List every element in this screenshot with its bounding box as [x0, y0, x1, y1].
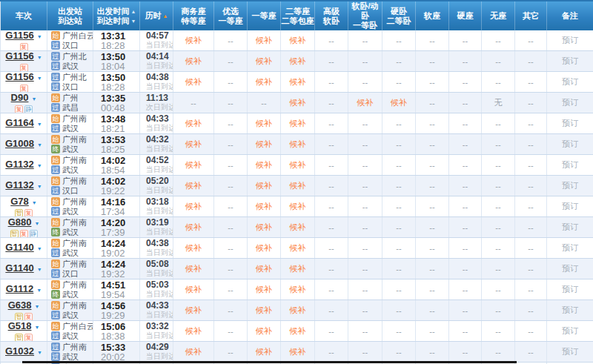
train-number-link[interactable]: G1156 — [5, 30, 33, 41]
seat-second[interactable]: 候补 — [281, 134, 315, 155]
seat-first[interactable]: 候补 — [248, 30, 281, 51]
reserve-button[interactable]: 预订 — [562, 264, 578, 273]
train-number-link[interactable]: G1112 — [6, 283, 34, 294]
seat-second[interactable]: 候补 — [281, 217, 315, 238]
expand-arrow-icon[interactable]: ▼ — [37, 163, 42, 168]
expand-arrow-icon[interactable]: ▼ — [37, 142, 42, 148]
expand-arrow-icon[interactable]: ▼ — [34, 304, 39, 309]
seat-business[interactable]: 候补 — [173, 113, 214, 134]
seat-second[interactable]: 候补 — [281, 342, 315, 363]
seat-second[interactable]: 候补 — [281, 72, 315, 93]
seat-business[interactable]: 候补 — [173, 217, 214, 238]
seat-second[interactable]: 候补 — [281, 176, 315, 196]
seat-first[interactable]: 候补 — [248, 176, 281, 196]
seat-second[interactable]: 候补 — [281, 196, 315, 217]
seat-first[interactable]: 候补 — [248, 196, 281, 217]
train-number-link[interactable]: G518 — [8, 321, 32, 331]
expand-arrow-icon[interactable]: ▼ — [37, 76, 42, 81]
seat-business[interactable]: 候补 — [173, 155, 214, 176]
seat-second[interactable]: 候补 — [281, 113, 315, 134]
train-number-link[interactable]: G1132 — [5, 159, 33, 170]
seat-second[interactable]: 候补 — [281, 30, 315, 51]
expand-arrow-icon[interactable]: ▼ — [34, 221, 39, 226]
seat-second[interactable]: 候补 — [281, 155, 315, 176]
expand-arrow-icon[interactable]: ▼ — [37, 350, 42, 355]
reserve-button[interactable]: 预订 — [562, 202, 578, 211]
seat-first[interactable]: 候补 — [248, 155, 281, 176]
train-number-link[interactable]: G78 — [10, 196, 29, 207]
expand-arrow-icon[interactable]: ▼ — [37, 55, 42, 60]
seat-second[interactable]: 候补 — [281, 279, 315, 300]
seat-hard-sleeper[interactable]: 候补 — [382, 93, 416, 113]
seat-business[interactable]: 候补 — [173, 342, 214, 363]
seat-business[interactable]: 候补 — [173, 259, 214, 279]
train-number-link[interactable]: D90 — [11, 93, 29, 103]
seat-first[interactable]: 候补 — [248, 300, 281, 321]
seat-first[interactable]: 候补 — [248, 72, 281, 93]
seat-second[interactable]: 候补 — [281, 238, 315, 259]
seat-first[interactable]: 候补 — [248, 321, 281, 342]
seat-first[interactable]: 候补 — [248, 217, 281, 238]
sort-up-icon[interactable]: ▲ — [131, 9, 136, 14]
reserve-button[interactable]: 预订 — [562, 285, 578, 294]
expand-arrow-icon[interactable]: ▼ — [37, 267, 42, 272]
seat-business[interactable]: 候补 — [173, 51, 214, 72]
seat-business[interactable]: 候补 — [173, 300, 214, 321]
seat-second[interactable]: 候补 — [281, 51, 315, 72]
train-number-link[interactable]: G1164 — [5, 117, 33, 128]
reserve-button[interactable]: 预订 — [562, 139, 578, 148]
train-number-link[interactable]: G1008 — [5, 138, 34, 149]
reserve-button[interactable]: 预订 — [562, 36, 578, 44]
train-number-link[interactable]: G880 — [8, 217, 32, 228]
seat-second[interactable]: 候补 — [281, 93, 315, 113]
train-number-link[interactable]: G1156 — [5, 72, 33, 82]
seat-business[interactable]: 候补 — [173, 321, 214, 342]
train-number-link[interactable]: G638 — [8, 300, 32, 311]
reserve-button[interactable]: 预订 — [562, 222, 578, 231]
seat-first[interactable]: 候补 — [248, 259, 281, 279]
expand-arrow-icon[interactable]: ▼ — [31, 96, 36, 102]
reserve-button[interactable]: 预订 — [562, 98, 578, 107]
train-number-link[interactable]: G1032 — [5, 345, 34, 357]
seat-second[interactable]: 候补 — [281, 300, 315, 321]
seat-soft-sleeper[interactable]: 候补 — [348, 93, 382, 113]
reserve-button[interactable]: 预订 — [562, 305, 578, 314]
seat-first[interactable]: 候补 — [248, 342, 281, 363]
col-header-times[interactable]: 出发时间▲到达时间▼ — [93, 1, 140, 30]
seat-business[interactable]: 候补 — [173, 176, 214, 196]
reserve-button[interactable]: 预订 — [562, 77, 578, 86]
reserve-button[interactable]: 预订 — [562, 181, 578, 190]
expand-arrow-icon[interactable]: ▼ — [34, 325, 39, 330]
col-header-duration[interactable]: 历时▲ — [140, 1, 173, 30]
seat-business[interactable]: 候补 — [173, 30, 214, 51]
train-number-link[interactable]: G1140 — [5, 262, 33, 274]
train-number-link[interactable]: G1140 — [5, 242, 33, 253]
seat-business[interactable]: 候补 — [173, 279, 214, 300]
train-number-link[interactable]: G1156 — [5, 51, 33, 62]
seat-business[interactable]: 候补 — [173, 196, 214, 217]
train-number-link[interactable]: G1132 — [5, 179, 33, 191]
expand-arrow-icon[interactable]: ▼ — [37, 122, 42, 127]
seat-first[interactable]: 候补 — [248, 279, 281, 300]
expand-arrow-icon[interactable]: ▼ — [36, 288, 42, 293]
reserve-button[interactable]: 预订 — [562, 243, 578, 252]
expand-arrow-icon[interactable]: ▼ — [32, 200, 37, 205]
reserve-button[interactable]: 预订 — [562, 160, 578, 169]
reserve-button[interactable]: 预订 — [562, 347, 578, 356]
expand-arrow-icon[interactable]: ▼ — [37, 246, 42, 251]
seat-business[interactable]: 候补 — [173, 134, 214, 155]
expand-arrow-icon[interactable]: ▼ — [37, 34, 42, 39]
seat-second[interactable]: 候补 — [281, 259, 315, 279]
reserve-button[interactable]: 预订 — [562, 326, 578, 335]
seat-second[interactable]: 候补 — [281, 321, 315, 342]
seat-business[interactable]: 候补 — [173, 238, 214, 259]
sort-down-icon[interactable]: ▼ — [131, 19, 136, 24]
reserve-button[interactable]: 预订 — [562, 56, 578, 65]
seat-first[interactable]: 候补 — [248, 51, 281, 72]
seat-first[interactable]: 候补 — [248, 238, 281, 259]
reserve-button[interactable]: 预订 — [562, 119, 578, 128]
expand-arrow-icon[interactable]: ▼ — [37, 184, 42, 189]
seat-first[interactable]: 候补 — [248, 134, 281, 155]
seat-first[interactable]: 候补 — [248, 113, 281, 134]
seat-business[interactable]: 候补 — [173, 72, 214, 93]
